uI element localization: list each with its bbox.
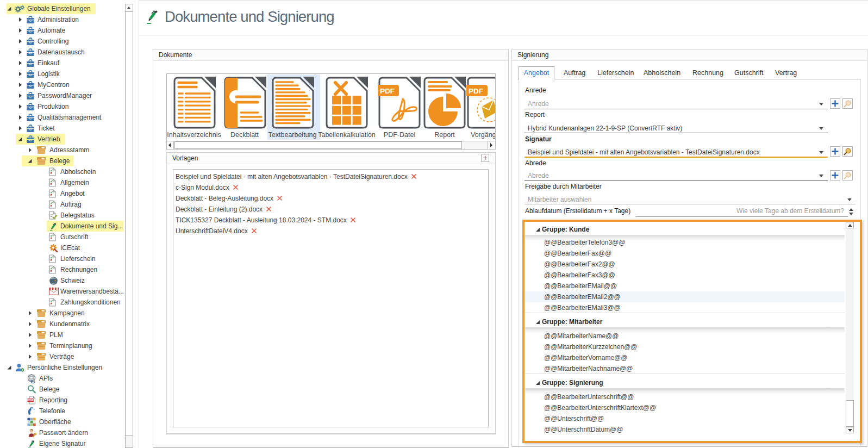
svg-text:PDF: PDF bbox=[380, 87, 395, 95]
svg-text:PDF: PDF bbox=[469, 87, 483, 95]
svg-text:PDF: PDF bbox=[28, 399, 34, 402]
